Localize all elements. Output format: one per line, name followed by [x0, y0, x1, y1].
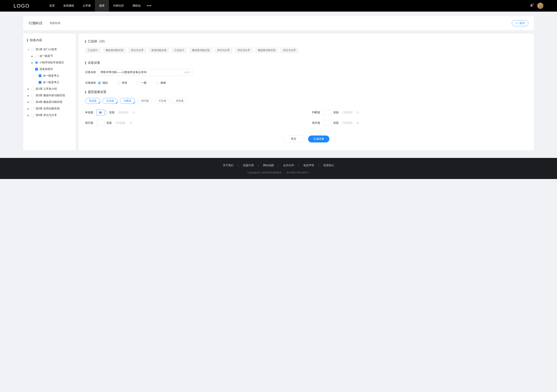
tree-node-5[interactable]: 这一级是考点 — [27, 79, 72, 86]
selected-tag-3[interactable]: 发现功能实现 — [148, 47, 169, 53]
nav-item-0[interactable]: 首页 — [45, 0, 59, 12]
tree-checkbox[interactable] — [31, 48, 34, 51]
delete-icon[interactable] — [356, 122, 359, 124]
type-btn-1[interactable]: 多选题 — [103, 98, 118, 104]
user-avatar[interactable] — [537, 3, 543, 9]
action-buttons: 重置 生成试卷 — [85, 136, 527, 143]
tree-node-6[interactable]: ▶第2章 云开发介绍 — [27, 86, 72, 92]
paper-name-counter: 16/25 — [184, 71, 190, 74]
paper-name-label: 试卷名称 — [85, 71, 98, 74]
qty-row-0: 单选题▲▼道题（88道题） — [85, 110, 300, 115]
tree-checkbox[interactable] — [35, 68, 38, 71]
back-label: 返回 — [519, 22, 525, 25]
difficulty-radio-2[interactable]: 一般 — [137, 81, 147, 85]
tree-checkbox[interactable] — [31, 101, 34, 104]
tree-caret-icon: ▶ — [27, 101, 30, 103]
qty-input[interactable] — [96, 110, 105, 115]
qty-input[interactable] — [323, 120, 331, 126]
page-header: 行测科目 智能组卷 返回 — [23, 16, 534, 30]
qty-spinner[interactable]: ▲▼ — [105, 110, 107, 115]
tree-checkbox[interactable] — [31, 114, 34, 117]
difficulty-radio-1[interactable]: 简单 — [117, 81, 127, 85]
type-buttons: 单选题多选题判断题填空题不定项简答题 — [85, 98, 527, 104]
tree-node-2[interactable]: ▶小程序传统开发模式 — [27, 59, 72, 66]
qty-input[interactable] — [323, 110, 331, 115]
delete-icon[interactable] — [356, 111, 359, 114]
spinner-down-icon[interactable]: ▼ — [105, 113, 107, 115]
type-btn-2[interactable]: 判断题 — [120, 98, 135, 104]
reset-button[interactable]: 重置 — [283, 136, 304, 143]
generate-button[interactable]: 生成试卷 — [308, 136, 329, 143]
footer-link-3[interactable]: 合作伙伴 — [279, 164, 298, 167]
nav-item-4[interactable]: 问答社区 — [109, 0, 128, 12]
difficulty-radio-3[interactable]: 困难 — [156, 81, 166, 85]
selected-tag-8[interactable]: 播放器功能实现 — [255, 47, 278, 53]
qty-unit: 道题 — [333, 121, 339, 125]
tree-checkbox[interactable] — [39, 74, 41, 77]
notification-bell-icon[interactable] — [530, 4, 533, 8]
selected-tag-4[interactable]: 工业设计 — [171, 47, 187, 53]
selected-tag-5[interactable]: 播放器功能实现 — [189, 47, 212, 53]
type-btn-5[interactable]: 简答题 — [172, 98, 187, 104]
difficulty-radio-0[interactable]: 随机 — [98, 81, 108, 85]
tree-node-7[interactable]: ▶第3章 播放列表功能实现 — [27, 92, 72, 99]
selected-tag-2[interactable]: 评论与分享 — [128, 47, 146, 53]
spinner-up-icon[interactable]: ▲ — [105, 110, 107, 113]
delete-icon[interactable] — [130, 122, 132, 124]
footer-link-5[interactable]: 招贤纳士 — [319, 164, 338, 167]
tree-node-10[interactable]: ▶第6章 评论与分享 — [27, 112, 72, 119]
selected-tag-9[interactable]: 评论与分享 — [280, 47, 298, 53]
difficulty-radio-group: 随机简单一般困难 — [98, 81, 166, 85]
nav-more[interactable]: ••• — [147, 4, 152, 8]
type-btn-4[interactable]: 不定项 — [155, 98, 170, 104]
top-navbar: LOGO 首页发现课程公开课题库问答社区课程包 ••• — [0, 0, 557, 12]
nav-item-2[interactable]: 公开课 — [78, 0, 95, 12]
type-btn-0[interactable]: 单选题 — [85, 98, 100, 104]
tree-caret-icon: ▶ — [31, 55, 34, 57]
tree-node-3[interactable]: 进度条组件 — [27, 66, 72, 72]
delete-icon[interactable] — [132, 111, 135, 114]
selected-title: 已选择（10） — [85, 40, 527, 43]
radio-dot-icon — [117, 81, 120, 84]
tree-node-1[interactable]: ▶这一级是节 — [27, 53, 72, 59]
type-btn-3[interactable]: 填空题 — [137, 98, 152, 104]
selected-tag-6[interactable]: 评论与分享 — [214, 47, 232, 53]
back-arrow-icon — [516, 22, 518, 24]
tree-checkbox[interactable] — [31, 88, 34, 90]
qty-input[interactable] — [96, 120, 105, 126]
chapter-tree: ▼第1章 首门小程序▶这一级是节▶小程序传统开发模式进度条组件这一级是考点这一级… — [27, 46, 72, 119]
back-button[interactable]: 返回 — [512, 20, 528, 26]
tree-checkbox[interactable] — [39, 81, 41, 84]
footer-link-2[interactable]: 网站地图 — [259, 164, 278, 167]
tree-node-0[interactable]: ▼第1章 首门小程序 — [27, 46, 72, 53]
logo: LOGO — [14, 3, 30, 9]
qty-hint: （50道题） — [341, 121, 354, 125]
tree-caret-icon: ▶ — [27, 108, 30, 110]
selected-tag-1[interactable]: 播放器功能实现 — [103, 47, 126, 53]
nav-items: 首页发现课程公开课题库问答社区课程包 — [45, 0, 145, 12]
icp-text: 京ICP备17051340号-1 — [287, 171, 310, 174]
footer-links: 关于我们|加盟代理|网站地图|合作伙伴|免责声明|招贤纳士 — [0, 164, 557, 167]
tree-label: 小程序传统开发模式 — [40, 61, 64, 64]
tree-caret-icon: ▶ — [27, 114, 30, 116]
tree-checkbox[interactable] — [35, 61, 38, 64]
nav-item-3[interactable]: 题库 — [95, 0, 109, 12]
nav-item-1[interactable]: 发现课程 — [59, 0, 78, 12]
paper-name-input[interactable]: 博客详情功能——云数据库多集合查询 16/25 — [98, 69, 193, 76]
tree-checkbox[interactable] — [31, 94, 34, 97]
qty-row-3: 填空题道题（50道题） — [312, 120, 527, 126]
selected-tag-7[interactable]: 评论与分享 — [235, 47, 253, 53]
tree-node-8[interactable]: ▶第4章 播放器功能实现 — [27, 99, 72, 105]
selected-tag-0[interactable]: 工业设计 — [85, 47, 101, 53]
radio-label: 一般 — [141, 81, 147, 85]
footer-link-1[interactable]: 加盟代理 — [239, 164, 258, 167]
tree-node-4[interactable]: 这一级是考点 — [27, 72, 72, 79]
tree-checkbox[interactable] — [35, 55, 38, 57]
footer-link-4[interactable]: 免责声明 — [299, 164, 318, 167]
nav-item-5[interactable]: 课程包 — [128, 0, 145, 12]
qty-label: 填空题 — [85, 121, 94, 125]
tree-node-9[interactable]: ▶第5章 发现功能实现 — [27, 105, 72, 112]
radio-label: 随机 — [103, 81, 108, 85]
tree-checkbox[interactable] — [31, 107, 34, 110]
footer-link-0[interactable]: 关于我们 — [219, 164, 238, 167]
